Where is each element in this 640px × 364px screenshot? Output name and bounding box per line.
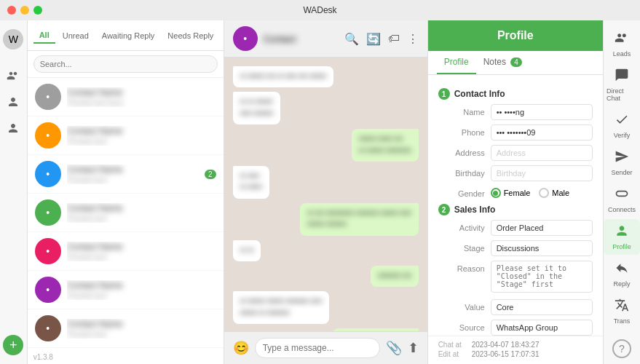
direct-chat-label: Direct Chat xyxy=(607,87,637,102)
close-button[interactable] xyxy=(7,6,16,15)
gender-male-option[interactable]: Male xyxy=(539,188,569,198)
emoji-icon[interactable]: 😊 xyxy=(233,340,249,356)
chat-header-info: Contact xyxy=(264,33,339,44)
help-button[interactable]: ? xyxy=(612,339,631,358)
sidebar-item-profile[interactable]: Profile xyxy=(604,219,640,255)
tab-all[interactable]: All xyxy=(33,28,55,44)
verify-label: Verify xyxy=(614,132,631,139)
message-text: •••••••• ••• xyxy=(378,270,411,281)
search-icon[interactable]: 🔍 xyxy=(344,32,359,46)
field-reason: Reason xyxy=(438,261,593,295)
tab-private[interactable]: Private xyxy=(221,28,223,43)
reply-label: Reply xyxy=(613,280,630,288)
notes-badge: 4 xyxy=(510,58,522,67)
sidebar-item-sender[interactable]: Sender xyxy=(604,145,640,181)
gender-female-option[interactable]: Female xyxy=(491,188,531,198)
stage-select[interactable]: Discussions xyxy=(491,240,593,256)
edit-at-label: Edit at xyxy=(438,350,467,358)
list-item[interactable]: • Contact Name Preview text xyxy=(28,271,224,309)
chat-preview: Preview text xyxy=(67,331,210,339)
name-input[interactable] xyxy=(491,104,593,120)
sidebar-item-reply[interactable]: Reply xyxy=(604,256,640,292)
list-item[interactable]: • Contact Name Preview text xyxy=(28,309,224,348)
profile-tabs: Profile Notes 4 xyxy=(428,51,603,75)
message: •• •• •••••••••• ••••••• xyxy=(233,92,280,124)
chat-meta: 2 xyxy=(205,170,216,179)
add-button[interactable]: + xyxy=(3,335,23,355)
bottom-info: Chat at 2023-04-07 18:43:27 Edit at 2023… xyxy=(428,336,603,364)
avatar: • xyxy=(35,277,61,303)
chat-input-bar: 😊 📎 ⬆ xyxy=(224,331,427,364)
message: •••••••• ••• xyxy=(371,266,418,287)
chat-name: Contact Name xyxy=(67,126,210,136)
leads-icon xyxy=(615,31,629,49)
message: •••••• ••••• ••••• •••••• ••••••••• xyxy=(352,129,419,162)
sidebar-item-verify[interactable]: Verify xyxy=(604,108,640,143)
source-select[interactable]: WhatsApp Group xyxy=(491,320,593,336)
search-input[interactable] xyxy=(33,55,218,73)
sidebar-item-leads[interactable]: Leads xyxy=(604,26,640,62)
sidebar-item-trans[interactable]: Trans xyxy=(604,293,640,329)
list-item[interactable]: • Contact Name Preview text xyxy=(28,232,224,271)
field-name: Name xyxy=(438,104,593,120)
minimize-button[interactable] xyxy=(20,6,29,15)
message: •• •• xyxy=(233,240,261,261)
sidebar-item-direct-chat[interactable]: Direct Chat xyxy=(604,63,640,106)
list-item[interactable]: • Contact Name Preview text xyxy=(28,194,224,232)
birthday-input[interactable] xyxy=(491,165,593,181)
verify-icon xyxy=(615,112,629,130)
chat-info: Contact Name Preview text xyxy=(67,280,210,300)
chat-preview: Preview text xyxy=(67,292,210,300)
chat-name: Contact Name xyxy=(67,280,210,290)
chat-header-avatar: • xyxy=(233,26,258,51)
chat-header-icons: 🔍 🔄 🏷 ⋮ xyxy=(344,32,419,46)
trans-icon xyxy=(615,298,629,316)
value-select[interactable]: Core xyxy=(491,299,593,315)
chat-name: Contact Name xyxy=(67,165,199,175)
more-icon[interactable]: ⋮ xyxy=(407,32,419,46)
chat-preview: Preview text xyxy=(67,253,210,261)
list-item[interactable]: • Contact Name Preview text 2 xyxy=(28,155,224,194)
tab-awaiting[interactable]: Awaiting Reply xyxy=(96,28,161,43)
field-phone: Phone xyxy=(438,124,593,141)
chat-tabs: All Unread Awaiting Reply Needs Reply Pr… xyxy=(28,20,224,51)
chat-name: Contact Name xyxy=(67,319,210,329)
phone-input[interactable] xyxy=(491,124,593,141)
reason-textarea[interactable] xyxy=(491,261,593,293)
list-item[interactable]: • Contact Name Preview text here xyxy=(28,78,224,116)
tab-needs[interactable]: Needs Reply xyxy=(162,28,219,43)
list-item[interactable]: • Contact Name Preview text xyxy=(28,116,224,155)
tab-profile[interactable]: Profile xyxy=(437,51,476,74)
tab-notes[interactable]: Notes 4 xyxy=(476,51,529,74)
message-input[interactable] xyxy=(255,338,380,358)
chat-list-panel: All Unread Awaiting Reply Needs Reply Pr… xyxy=(28,20,224,364)
gender-female-label: Female xyxy=(504,189,531,197)
sidebar-item-connects[interactable]: Connects xyxy=(604,182,640,218)
message-text: •••••• ••••• ••••• •••••• ••••••••• xyxy=(359,133,411,156)
tag-icon[interactable]: 🏷 xyxy=(388,32,400,46)
avatar: • xyxy=(35,122,61,149)
send-icon[interactable]: ⬆ xyxy=(408,340,419,356)
activity-select[interactable]: Order Placed xyxy=(491,220,593,236)
chat-header: • Contact 🔍 🔄 🏷 ⋮ xyxy=(224,20,427,58)
contacts-icon[interactable] xyxy=(1,64,25,87)
titlebar: WADesk xyxy=(0,0,640,20)
attach-icon[interactable]: 📎 xyxy=(386,340,402,356)
address-input[interactable] xyxy=(491,145,593,161)
refresh-icon[interactable]: 🔄 xyxy=(366,32,381,46)
chat-list: • Contact Name Preview text here • Conta… xyxy=(28,78,224,350)
person2-icon[interactable] xyxy=(1,116,25,140)
maximize-button[interactable] xyxy=(33,6,42,15)
user-avatar[interactable]: W xyxy=(3,29,23,50)
person-icon[interactable] xyxy=(1,90,25,114)
chat-info: Contact Name Preview text xyxy=(67,242,210,261)
tab-unread[interactable]: Unread xyxy=(57,28,95,43)
chat-at-value: 2023-04-07 18:43:27 xyxy=(472,341,540,349)
message: •••••••••• ••• •• •••••••••••••• ••• xyxy=(333,328,419,331)
connects-icon xyxy=(615,186,629,205)
message: •• •••••• •••••• •••••••• •••••••••• •• … xyxy=(233,291,329,324)
avatar: • xyxy=(35,161,61,187)
leads-label: Leads xyxy=(613,50,631,58)
address-label: Address xyxy=(438,145,491,157)
activity-label: Activity xyxy=(438,220,491,232)
